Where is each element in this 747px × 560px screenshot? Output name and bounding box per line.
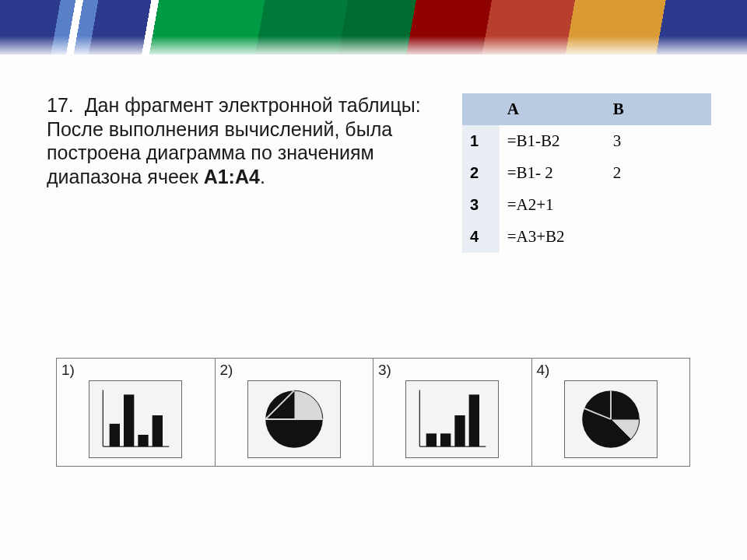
answer-option-2[interactable]: 2) [215, 359, 374, 466]
row-num: 3 [462, 189, 500, 221]
question-text: 17. Дан фрагмент электронной таблицы: По… [47, 93, 439, 188]
answer-option-3[interactable]: 3) [373, 359, 531, 466]
svg-rect-6 [153, 415, 163, 446]
svg-rect-14 [455, 415, 465, 446]
cell-A3: =A2+1 [500, 189, 605, 221]
svg-rect-15 [469, 394, 479, 446]
answer-options-row: 1) 2) [56, 358, 690, 467]
cell-A1: =B1-B2 [500, 125, 605, 157]
cell-B1: 3 [605, 125, 711, 157]
cell-A2: =B1- 2 [500, 157, 605, 189]
answer-label: 2) [220, 362, 233, 379]
chart-thumb-2 [247, 380, 341, 458]
chart-thumb-1 [89, 380, 182, 458]
svg-rect-12 [426, 433, 437, 446]
row-num: 4 [462, 221, 500, 253]
table-row: 3 =A2+1 [462, 189, 711, 221]
col-header-B: B [605, 93, 711, 125]
row-num: 2 [462, 157, 500, 189]
question-range: A1:A4 [204, 166, 260, 187]
svg-rect-4 [124, 394, 134, 446]
cell-A4: =A3+B2 [500, 221, 605, 253]
cell-B4 [605, 221, 711, 253]
question-number: 17. [47, 94, 74, 116]
row-num: 1 [462, 125, 500, 157]
cell-B3 [605, 189, 711, 221]
col-header-A: A [500, 93, 605, 125]
table-row: 4 =A3+B2 [462, 221, 711, 253]
sheet-corner [462, 93, 500, 125]
cell-B2: 2 [605, 157, 711, 189]
chart-thumb-3 [405, 380, 499, 458]
question-line1: Дан фрагмент электронной таблицы: [85, 94, 421, 116]
svg-rect-3 [110, 424, 120, 446]
chart-thumb-4 [564, 380, 658, 458]
svg-rect-5 [139, 435, 149, 446]
table-row: 2 =B1- 2 2 [462, 157, 711, 189]
answer-label: 4) [537, 362, 550, 379]
spreadsheet-fragment: A B 1 =B1-B2 3 2 =B1- 2 2 3 =A2+1 4 = [462, 93, 711, 253]
answer-option-4[interactable]: 4) [531, 359, 690, 466]
slide-top-stripe [0, 0, 747, 54]
answer-option-1[interactable]: 1) [57, 359, 215, 466]
answer-label: 1) [61, 362, 75, 379]
question-dot: . [260, 166, 265, 187]
answer-label: 3) [378, 362, 391, 379]
table-row: 1 =B1-B2 3 [462, 125, 711, 157]
svg-rect-13 [440, 433, 451, 446]
